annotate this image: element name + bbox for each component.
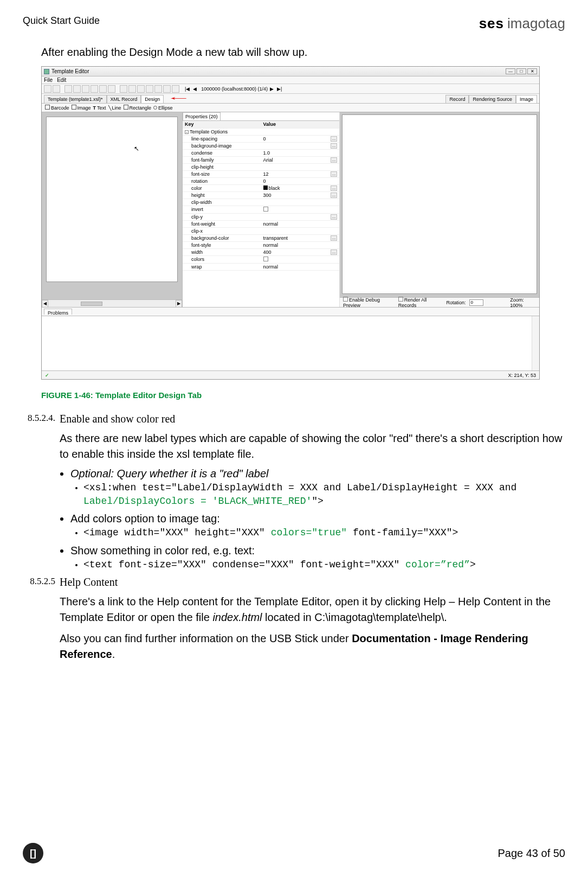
tab-record[interactable]: Record bbox=[445, 95, 469, 103]
palette-line[interactable]: ╲Line bbox=[108, 105, 121, 111]
browse-button[interactable]: … bbox=[331, 185, 337, 191]
palette-barcode[interactable]: Barcode bbox=[45, 105, 69, 111]
palette-text[interactable]: TText bbox=[93, 105, 106, 111]
browse-button[interactable]: … bbox=[331, 214, 337, 220]
property-row[interactable]: font-familyArial… bbox=[183, 156, 339, 163]
tab-design[interactable]: Design bbox=[141, 95, 164, 103]
nav-last-icon[interactable]: ▶| bbox=[276, 86, 283, 92]
nav-prev-icon[interactable]: ◀ bbox=[192, 86, 198, 92]
new-icon[interactable] bbox=[44, 85, 51, 93]
browse-button[interactable]: … bbox=[331, 171, 337, 177]
dropdown3-icon[interactable] bbox=[172, 85, 179, 93]
dropdown2-icon[interactable] bbox=[108, 85, 115, 93]
property-value[interactable] bbox=[261, 199, 340, 206]
palette-ellipse[interactable]: Ellipse bbox=[153, 105, 173, 111]
browse-button[interactable]: … bbox=[331, 143, 337, 149]
property-value[interactable]: 0 bbox=[261, 177, 340, 184]
maximize-button[interactable]: □ bbox=[516, 68, 526, 74]
close-button[interactable]: ✕ bbox=[527, 68, 537, 74]
property-row[interactable]: background-colortransparent… bbox=[183, 234, 339, 241]
property-value[interactable]: normal bbox=[261, 263, 340, 270]
scroll-thumb[interactable] bbox=[81, 302, 102, 306]
browse-button[interactable]: … bbox=[331, 136, 337, 142]
properties-tab[interactable]: Properties (20) bbox=[183, 112, 221, 120]
zoom-in-icon[interactable] bbox=[120, 85, 127, 93]
property-value[interactable] bbox=[261, 163, 340, 170]
minimize-button[interactable]: — bbox=[506, 68, 515, 74]
problems-scrollbar[interactable] bbox=[532, 316, 539, 370]
property-row[interactable]: condense1.0 bbox=[183, 149, 339, 156]
checkbox-icon[interactable] bbox=[263, 257, 268, 261]
property-value[interactable]: 1.0 bbox=[261, 149, 340, 156]
property-value[interactable]: 12… bbox=[261, 170, 340, 177]
property-row[interactable]: font-weightnormal bbox=[183, 220, 339, 227]
property-value[interactable]: 0… bbox=[261, 135, 340, 142]
property-row[interactable]: invert bbox=[183, 206, 339, 213]
play-icon[interactable] bbox=[154, 85, 162, 93]
tab-template[interactable]: Template (template1.xsl)* bbox=[44, 95, 107, 103]
property-row[interactable]: font-size12… bbox=[183, 170, 339, 177]
property-row[interactable]: font-stylenormal bbox=[183, 241, 339, 248]
property-value[interactable]: normal bbox=[261, 241, 340, 248]
paste-icon[interactable] bbox=[82, 85, 89, 93]
menu-file[interactable]: File bbox=[44, 77, 53, 83]
property-value[interactable] bbox=[261, 206, 340, 213]
property-value[interactable]: Arial… bbox=[261, 156, 340, 163]
settings-icon[interactable] bbox=[163, 85, 171, 93]
property-key: font-weight bbox=[183, 220, 261, 227]
property-row[interactable]: colors bbox=[183, 255, 339, 263]
property-value[interactable]: transparent… bbox=[261, 234, 340, 241]
property-row[interactable]: clip-y… bbox=[183, 213, 339, 220]
property-row[interactable]: clip-x bbox=[183, 227, 339, 234]
save-icon[interactable] bbox=[64, 85, 72, 93]
property-value[interactable] bbox=[261, 255, 340, 263]
design-surface[interactable] bbox=[46, 117, 178, 282]
property-row[interactable]: colorblack… bbox=[183, 184, 339, 191]
horizontal-scrollbar[interactable]: ◀ ▶ bbox=[42, 299, 182, 307]
palette-rectangle[interactable]: Rectangle bbox=[124, 105, 152, 111]
checkbox-icon[interactable] bbox=[263, 207, 268, 212]
property-value[interactable]: 400… bbox=[261, 248, 340, 255]
cut-icon[interactable] bbox=[91, 85, 98, 93]
rotation-select[interactable]: 0 bbox=[469, 299, 483, 306]
property-value[interactable]: … bbox=[261, 213, 340, 220]
zoom-fit-icon[interactable] bbox=[137, 85, 145, 93]
property-row[interactable]: clip-width bbox=[183, 199, 339, 206]
nav-next-icon[interactable]: ▶ bbox=[269, 86, 275, 92]
scroll-right-icon[interactable]: ▶ bbox=[176, 300, 182, 308]
property-row[interactable]: clip-height bbox=[183, 163, 339, 170]
collapse-icon[interactable]: - bbox=[185, 130, 189, 134]
properties-section[interactable]: -Template Options bbox=[183, 128, 339, 135]
browse-button[interactable]: … bbox=[331, 193, 337, 198]
property-row[interactable]: height300… bbox=[183, 191, 339, 199]
figure-caption: FIGURE 1-46: Template Editor Design Tab bbox=[41, 391, 565, 400]
print-icon[interactable] bbox=[99, 85, 107, 93]
property-row[interactable]: background-image… bbox=[183, 142, 339, 149]
property-row[interactable]: width400… bbox=[183, 248, 339, 255]
problems-tab[interactable]: Problems bbox=[44, 309, 72, 315]
property-row[interactable]: rotation0 bbox=[183, 177, 339, 184]
property-row[interactable]: line-spacing0… bbox=[183, 135, 339, 142]
tab-image[interactable]: Image bbox=[516, 95, 537, 103]
palette-image[interactable]: Image bbox=[72, 105, 91, 111]
zoom-out-icon[interactable] bbox=[128, 85, 136, 93]
render-all-checkbox[interactable]: Render All Records bbox=[398, 297, 443, 308]
nav-first-icon[interactable]: |◀ bbox=[184, 86, 191, 92]
property-value[interactable]: black… bbox=[261, 184, 340, 191]
refresh-icon[interactable] bbox=[146, 85, 153, 93]
property-row[interactable]: wrapnormal bbox=[183, 263, 339, 270]
menu-edit[interactable]: Edit bbox=[57, 77, 66, 83]
scroll-left-icon[interactable]: ◀ bbox=[42, 300, 48, 308]
browse-button[interactable]: … bbox=[331, 157, 337, 163]
property-value[interactable]: normal bbox=[261, 220, 340, 227]
property-value[interactable]: … bbox=[261, 142, 340, 149]
property-value[interactable]: 300… bbox=[261, 191, 340, 199]
copy-icon[interactable] bbox=[73, 85, 81, 93]
tab-xml-record[interactable]: XML Record bbox=[107, 95, 141, 103]
browse-button[interactable]: … bbox=[331, 235, 337, 241]
debug-preview-checkbox[interactable]: Enable Debug Preview bbox=[343, 297, 395, 308]
browse-button[interactable]: … bbox=[331, 249, 337, 255]
dropdown-icon[interactable] bbox=[53, 85, 60, 93]
tab-rendering-source[interactable]: Rendering Source bbox=[469, 95, 516, 103]
property-value[interactable] bbox=[261, 227, 340, 234]
